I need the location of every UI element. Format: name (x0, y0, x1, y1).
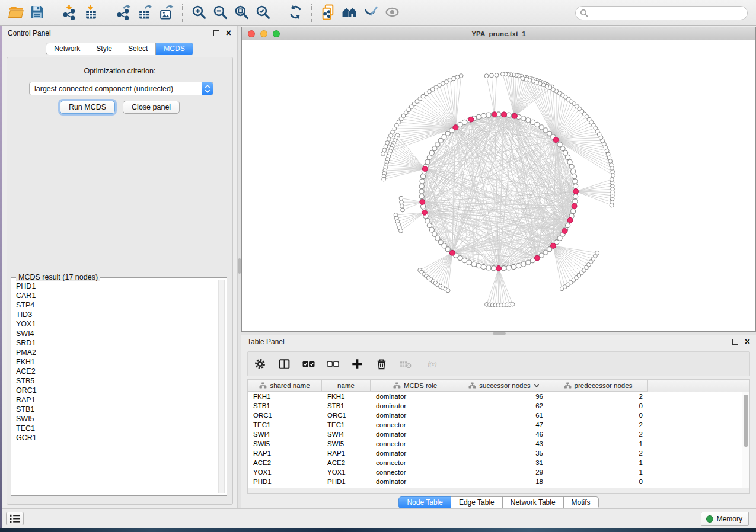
tab-mcds[interactable]: MCDS (156, 43, 193, 55)
table-row-phd1[interactable]: PHD1PHD1dominator180 (248, 477, 749, 486)
export-network-button[interactable] (113, 2, 134, 24)
table-row-ace2[interactable]: ACE2ACE2connector311 (248, 458, 749, 467)
memory-label: Memory (717, 515, 742, 523)
search-icon (580, 9, 588, 17)
result-node-car1[interactable]: CAR1 (16, 291, 217, 300)
cell-successor_nodes: 18 (460, 477, 548, 486)
eye-icon (384, 4, 400, 22)
apply-layout-button[interactable] (285, 2, 306, 24)
cell-name: RAP1 (322, 448, 371, 458)
table-tab-motifs[interactable]: Motifs (564, 496, 599, 509)
result-node-stb5[interactable]: STB5 (16, 376, 217, 386)
result-node-swi4[interactable]: SWI4 (16, 329, 217, 338)
table-vertical-scrollbar[interactable] (742, 392, 749, 488)
result-node-tec1[interactable]: TEC1 (16, 424, 217, 433)
close-panel-icon[interactable]: × (745, 339, 750, 345)
scrollbar-thumb[interactable] (744, 395, 748, 447)
criterion-dropdown[interactable]: largest connected component (undirected) (29, 82, 213, 95)
table-row-rap1[interactable]: RAP1RAP1dominator352 (248, 448, 749, 458)
result-node-pma2[interactable]: PMA2 (16, 348, 217, 357)
show-panels-button[interactable] (381, 2, 403, 24)
table-settings-button[interactable] (253, 357, 267, 371)
zoom-selected-button[interactable] (252, 2, 273, 24)
table-row-yox1[interactable]: YOX1YOX1connector291 (248, 467, 749, 477)
delete-column-button[interactable] (374, 357, 388, 371)
search-input[interactable] (575, 6, 748, 20)
memory-button[interactable]: Memory (701, 512, 749, 526)
result-node-phd1[interactable]: PHD1 (16, 281, 217, 291)
sort-desc-icon (534, 383, 540, 388)
toolbar-separator (107, 4, 107, 22)
export-table-button[interactable] (134, 2, 155, 24)
table-row-stb1[interactable]: STB1STB1dominator620 (248, 401, 749, 411)
vertical-splitter[interactable] (237, 26, 241, 508)
select-all-button[interactable] (301, 357, 315, 371)
deselect-all-button[interactable] (326, 357, 340, 371)
result-node-ace2[interactable]: ACE2 (16, 367, 217, 376)
column-header-mcds-role[interactable]: MCDS role (371, 380, 460, 392)
result-node-stb1[interactable]: STB1 (16, 405, 217, 414)
result-node-fkh1[interactable]: FKH1 (16, 357, 217, 367)
network-window-titlebar[interactable]: YPA_prune.txt_1 (242, 27, 755, 40)
column-header-name[interactable]: name (322, 380, 371, 392)
clone-network-button[interactable] (317, 2, 339, 24)
result-node-rap1[interactable]: RAP1 (16, 395, 217, 405)
result-node-srd1[interactable]: SRD1 (16, 338, 217, 348)
zoom-fit-button[interactable] (231, 2, 252, 24)
cell-name: SWI5 (322, 439, 371, 448)
column-header-successor-nodes[interactable]: successor nodes (460, 380, 548, 392)
network-overview-button[interactable] (339, 2, 360, 24)
hide-panels-button[interactable] (360, 2, 381, 24)
close-panel-button[interactable]: Close panel (123, 101, 180, 114)
table-toolbar: f(x) (247, 351, 750, 376)
table-tab-network-table[interactable]: Network Table (503, 496, 564, 509)
result-node-tid3[interactable]: TID3 (16, 310, 217, 319)
open-file-button[interactable] (5, 2, 26, 24)
right-column: YPA_prune.txt_1 Table Panel × (241, 26, 756, 508)
cell-name: ORC1 (322, 411, 371, 420)
main-area: Control Panel × NetworkStyleSelectMCDS O… (0, 26, 756, 508)
add-column-button[interactable] (350, 357, 364, 371)
table-row-swi4[interactable]: SWI4SWI4dominator462 (248, 430, 749, 439)
delete-table-button (398, 357, 413, 371)
run-mcds-button[interactable]: Run MCDS (60, 101, 115, 114)
tab-select[interactable]: Select (120, 43, 156, 55)
export-image-button[interactable] (155, 2, 177, 24)
result-node-stp4[interactable]: STP4 (16, 300, 217, 310)
result-node-orc1[interactable]: ORC1 (16, 386, 217, 395)
clone-network-icon (320, 4, 336, 22)
tab-network[interactable]: Network (46, 43, 88, 55)
float-panel-icon[interactable] (213, 30, 219, 36)
zoom-in-button[interactable] (188, 2, 209, 24)
splitter-handle[interactable] (238, 258, 241, 274)
zoom-out-button[interactable] (209, 2, 231, 24)
table-row-swi5[interactable]: SWI5SWI5connector431 (248, 439, 749, 448)
column-header-shared-name[interactable]: shared name (248, 380, 322, 392)
float-panel-icon[interactable] (732, 339, 738, 345)
split-table-button[interactable] (277, 357, 291, 371)
save-session-button[interactable] (26, 2, 47, 24)
result-node-swi5[interactable]: SWI5 (16, 414, 217, 424)
table-row-orc1[interactable]: ORC1ORC1dominator610 (248, 411, 749, 420)
table-row-tec1[interactable]: TEC1TEC1connector472 (248, 420, 749, 430)
network-canvas[interactable] (242, 40, 755, 331)
result-node-yox1[interactable]: YOX1 (16, 319, 217, 329)
column-header-predecessor-nodes[interactable]: predecessor nodes (548, 380, 648, 392)
table-horizontal-scrollbar[interactable] (248, 488, 749, 493)
network-window-title: YPA_prune.txt_1 (242, 30, 755, 37)
import-network-button[interactable] (59, 2, 80, 24)
cell-predecessor_nodes: 2 (548, 448, 648, 458)
table-tab-edge-table[interactable]: Edge Table (451, 496, 503, 509)
table-panel-header: Table Panel × (241, 335, 756, 349)
table-row-fkh1[interactable]: FKH1FKH1dominator962 (248, 392, 749, 401)
table-tab-node-table[interactable]: Node Table (398, 496, 451, 509)
column-label: shared name (270, 382, 310, 389)
close-panel-icon[interactable]: × (226, 30, 231, 36)
result-node-gcr1[interactable]: GCR1 (16, 433, 217, 443)
import-table-button[interactable] (80, 2, 101, 24)
apply-function-button: f(x) (423, 357, 444, 371)
tab-style[interactable]: Style (88, 43, 120, 55)
task-history-button[interactable] (6, 512, 24, 525)
namespace-icon (564, 382, 572, 389)
result-scrollbar[interactable] (218, 280, 225, 493)
